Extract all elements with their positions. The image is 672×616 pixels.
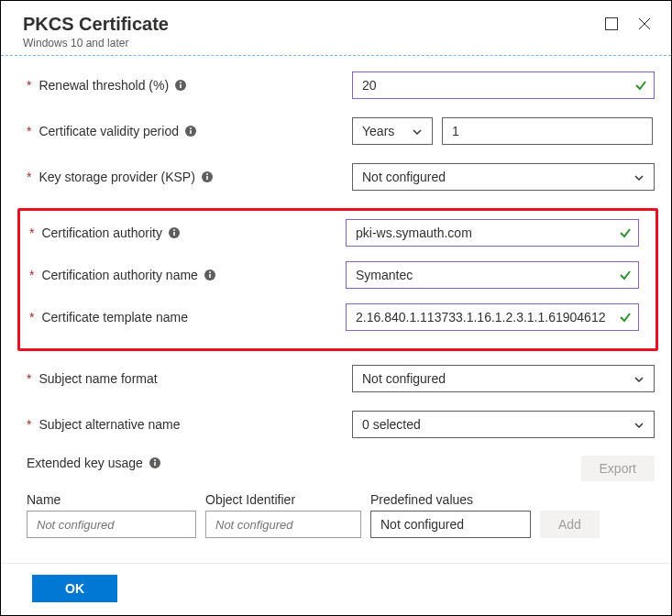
svg-point-20 [154, 459, 156, 461]
label-san: * Subject alternative name [27, 417, 352, 432]
row-subject-name-format: * Subject name format Not configured [27, 364, 671, 393]
row-san: * Subject alternative name 0 selected [27, 410, 671, 439]
export-button[interactable]: Export [581, 456, 655, 481]
cert-template-name-input[interactable] [346, 303, 639, 331]
info-icon[interactable] [168, 226, 181, 239]
svg-rect-19 [154, 462, 156, 466]
label-cert-authority: * Certification authority [29, 226, 346, 240]
header-text: PKCS Certificate Windows 10 and later [23, 14, 169, 50]
row-extended-key-usage: Extended key usage Export [27, 456, 671, 483]
row-cert-authority-name: * Certification authority name [20, 260, 655, 290]
eku-name-input[interactable] [27, 511, 196, 538]
row-renewal-threshold: * Renewal threshold (%) [27, 71, 671, 100]
row-cert-authority: * Certification authority [20, 218, 655, 248]
san-select[interactable]: 0 selected [352, 411, 655, 438]
svg-rect-16 [209, 274, 211, 278]
svg-point-8 [190, 127, 192, 129]
info-icon[interactable] [201, 170, 214, 183]
check-icon [619, 269, 632, 281]
label-text: Certification authority name [41, 268, 197, 282]
label-cert-authority-name: * Certification authority name [29, 268, 346, 282]
label-text: Certificate template name [41, 310, 188, 324]
select-value: Not configured [362, 371, 446, 386]
select-value: Not configured [380, 517, 464, 532]
col-header-predef: Predefined values [370, 492, 531, 507]
form-scroll-area[interactable]: * Renewal threshold (%) * Certificate va… [1, 56, 671, 563]
chevron-down-icon [633, 171, 644, 182]
label-text: Renewal threshold (%) [39, 78, 169, 93]
label-text: Subject name format [39, 371, 157, 386]
panel-footer: OK [1, 563, 671, 615]
chevron-down-icon [633, 419, 644, 430]
header-controls [603, 14, 653, 32]
label-validity-period: * Certificate validity period [27, 124, 352, 138]
required-asterisk: * [29, 268, 34, 282]
svg-point-11 [206, 173, 208, 175]
required-asterisk: * [27, 417, 31, 432]
label-cert-template-name: * Certificate template name [29, 310, 346, 324]
required-asterisk: * [29, 226, 34, 240]
required-asterisk: * [27, 371, 31, 386]
label-renewal-threshold: * Renewal threshold (%) [27, 78, 352, 93]
cert-authority-input[interactable] [346, 219, 639, 247]
check-icon [634, 79, 647, 92]
info-icon[interactable] [149, 456, 161, 469]
required-asterisk: * [29, 310, 34, 324]
eku-grid-header: Name Object Identifier Predefined values [27, 492, 671, 507]
panel-subtitle: Windows 10 and later [23, 37, 169, 50]
maximize-icon[interactable] [603, 16, 620, 32]
required-asterisk: * [27, 124, 31, 138]
label-text: Certification authority [41, 226, 162, 240]
svg-rect-13 [173, 232, 175, 236]
ok-button[interactable]: OK [32, 575, 117, 602]
select-value: 0 selected [362, 417, 421, 432]
subject-name-format-select[interactable]: Not configured [352, 365, 655, 392]
select-value: Not configured [362, 170, 446, 184]
col-header-oid: Object Identifier [205, 492, 361, 507]
validity-number-input[interactable] [442, 117, 653, 145]
required-asterisk: * [27, 78, 31, 93]
info-icon[interactable] [174, 79, 187, 92]
label-text: Key storage provider (KSP) [39, 170, 194, 184]
eku-predef-select[interactable]: Not configured [370, 511, 531, 538]
check-icon [619, 226, 632, 239]
svg-rect-0 [606, 18, 618, 30]
svg-point-17 [209, 271, 211, 273]
close-icon[interactable] [636, 16, 653, 32]
row-validity-period: * Certificate validity period Years [27, 116, 671, 146]
ksp-select[interactable]: Not configured [352, 163, 655, 191]
label-text: Certificate validity period [39, 124, 179, 138]
check-icon [619, 311, 632, 324]
pkcs-certificate-panel: PKCS Certificate Windows 10 and later * … [1, 1, 671, 615]
add-button[interactable]: Add [540, 511, 600, 538]
cert-authority-name-input[interactable] [346, 261, 639, 289]
eku-oid-input[interactable] [205, 511, 361, 538]
row-ksp: * Key storage provider (KSP) Not configu… [27, 162, 671, 192]
label-subject-name-format: * Subject name format [27, 371, 352, 386]
svg-rect-4 [180, 84, 182, 88]
panel-header: PKCS Certificate Windows 10 and later [1, 1, 671, 56]
col-header-name: Name [27, 492, 196, 507]
svg-point-14 [173, 229, 175, 231]
select-value: Years [362, 124, 394, 138]
required-asterisk: * [27, 170, 31, 184]
highlighted-section: * Certification authority * Certific [17, 208, 658, 351]
label-eku: Extended key usage [27, 456, 161, 470]
eku-grid-row: Not configured Add [27, 511, 671, 538]
svg-point-5 [180, 82, 182, 83]
svg-rect-10 [206, 176, 208, 180]
validity-unit-select[interactable]: Years [352, 117, 433, 145]
chevron-down-icon [633, 373, 644, 384]
renewal-threshold-input[interactable] [352, 72, 655, 99]
info-icon[interactable] [204, 269, 216, 281]
chevron-down-icon [412, 126, 423, 137]
svg-rect-7 [190, 130, 192, 134]
label-text: Subject alternative name [39, 417, 180, 432]
label-ksp: * Key storage provider (KSP) [27, 170, 352, 184]
label-text: Extended key usage [27, 456, 143, 470]
row-cert-template-name: * Certificate template name [20, 302, 655, 332]
info-icon[interactable] [184, 125, 197, 138]
panel-title: PKCS Certificate [23, 14, 169, 35]
